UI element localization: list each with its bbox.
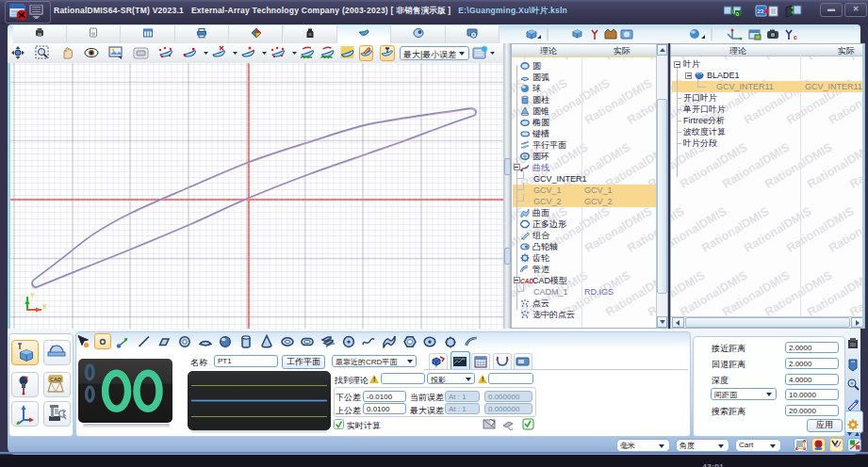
svg-text:Y: Y bbox=[30, 292, 35, 298]
svg-text:X: X bbox=[42, 303, 47, 310]
svg-text:c: c bbox=[794, 34, 797, 40]
svg-text:CAD: CAD bbox=[520, 278, 533, 284]
svg-text:23: 23 bbox=[758, 8, 764, 14]
svg-text:0: 0 bbox=[736, 11, 739, 17]
svg-text:CAD: CAD bbox=[50, 377, 61, 382]
